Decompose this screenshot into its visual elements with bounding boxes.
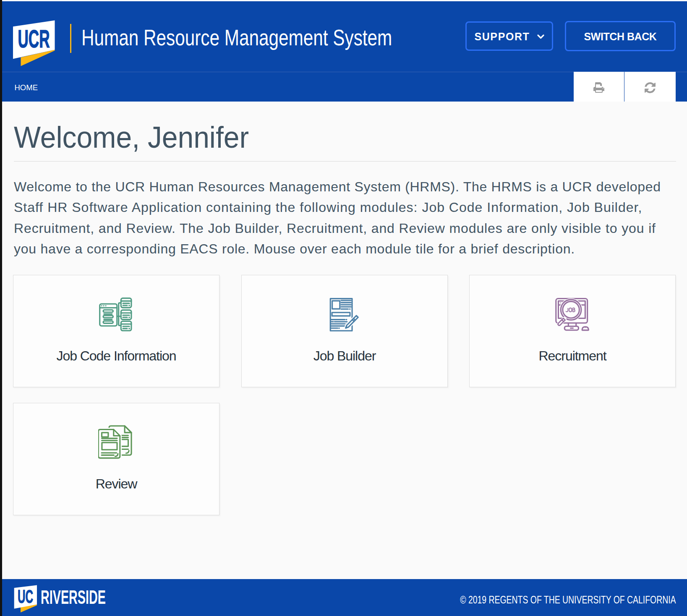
svg-text:UCR: UCR: [18, 25, 50, 53]
